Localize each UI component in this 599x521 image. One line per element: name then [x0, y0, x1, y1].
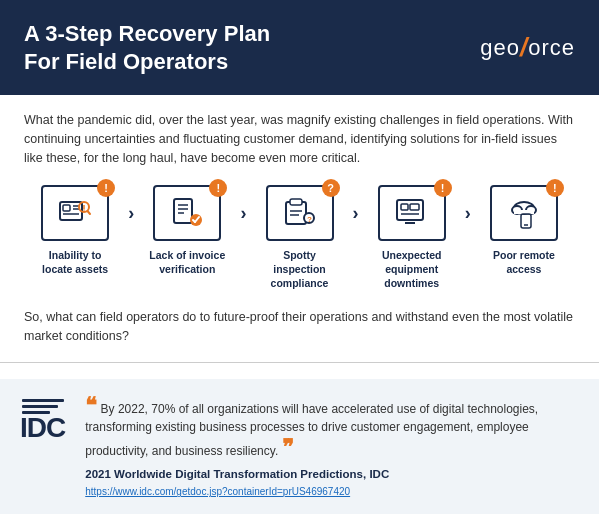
- question-text: So, what can field operators do to futur…: [24, 308, 575, 346]
- inspection-icon-box: ? ?: [266, 185, 334, 241]
- logo-slash: /: [520, 32, 528, 63]
- svg-line-6: [88, 211, 91, 214]
- main-content: What the pandemic did, over the last yea…: [0, 95, 599, 346]
- svg-rect-17: [290, 199, 302, 205]
- idc-line-1: [22, 399, 64, 402]
- equipment-icon: [393, 194, 431, 232]
- arrow-3: ›: [351, 203, 361, 224]
- svg-text:?: ?: [307, 215, 312, 224]
- remote-icon-box: !: [490, 185, 558, 241]
- open-quote: ❝: [85, 393, 97, 418]
- invoice-icon: [168, 194, 206, 232]
- icon-badge-3: ?: [322, 179, 340, 197]
- icon-item-locate-assets: ! Inability to locate assets: [24, 185, 126, 276]
- invoice-icon-box: !: [153, 185, 221, 241]
- idc-quote-text: ❝ By 2022, 70% of all organizations will…: [85, 395, 579, 461]
- arrow-2: ›: [238, 203, 248, 224]
- section-divider: [0, 362, 599, 363]
- svg-rect-9: [174, 199, 192, 223]
- icon-badge-5: !: [546, 179, 564, 197]
- idc-quote-area: ❝ By 2022, 70% of all organizations will…: [85, 395, 579, 499]
- quote-link[interactable]: https://www.idc.com/getdoc.jsp?container…: [85, 486, 350, 497]
- icon-badge-4: !: [434, 179, 452, 197]
- locate-assets-icon: [56, 194, 94, 232]
- header: A 3-Step Recovery Plan For Field Operato…: [0, 0, 599, 95]
- inspection-icon: ?: [281, 194, 319, 232]
- icon-badge-1: !: [97, 179, 115, 197]
- logo-suffix: orce: [528, 35, 575, 61]
- icon-label-1: Inability to locate assets: [35, 249, 115, 276]
- icon-item-equipment: ! Unexpected equipment downtimes: [361, 185, 463, 290]
- icon-badge-2: !: [209, 179, 227, 197]
- svg-rect-24: [410, 204, 419, 210]
- header-title: A 3-Step Recovery Plan For Field Operato…: [24, 20, 270, 75]
- arrow-4: ›: [463, 203, 473, 224]
- idc-line-2: [22, 405, 58, 408]
- equipment-icon-box: !: [378, 185, 446, 241]
- svg-rect-32: [521, 214, 531, 228]
- quote-source: 2021 Worldwide Digital Transformation Pr…: [85, 468, 579, 480]
- icon-item-inspection: ? ? Spotty inspection compliance: [248, 185, 350, 290]
- locate-assets-icon-box: !: [41, 185, 109, 241]
- icon-item-remote: ! Poor remote access: [473, 185, 575, 276]
- icons-row: ! Inability to locate assets › !: [24, 185, 575, 290]
- svg-rect-1: [63, 205, 70, 211]
- title-line2: For Field Operators: [24, 49, 228, 74]
- icon-item-invoice: ! Lack of invoice verification: [136, 185, 238, 276]
- remote-icon: [505, 194, 543, 232]
- geoforce-logo: geo/orce: [480, 32, 575, 63]
- idc-section: IDC ❝ By 2022, 70% of all organizations …: [0, 379, 599, 515]
- quote-body: By 2022, 70% of all organizations will h…: [85, 402, 538, 458]
- svg-point-8: [83, 209, 85, 211]
- logo-prefix: geo: [480, 35, 520, 61]
- idc-logo-text: IDC: [20, 414, 65, 442]
- intro-text: What the pandemic did, over the last yea…: [24, 111, 575, 167]
- icon-label-3: Spotty inspection compliance: [260, 249, 340, 290]
- icon-label-2: Lack of invoice verification: [147, 249, 227, 276]
- arrow-1: ›: [126, 203, 136, 224]
- title-line1: A 3-Step Recovery Plan: [24, 21, 270, 46]
- svg-rect-23: [401, 204, 408, 210]
- idc-logo: IDC: [20, 395, 65, 442]
- icon-label-5: Poor remote access: [484, 249, 564, 276]
- close-quote: ❞: [282, 435, 294, 460]
- icon-label-4: Unexpected equipment downtimes: [372, 249, 452, 290]
